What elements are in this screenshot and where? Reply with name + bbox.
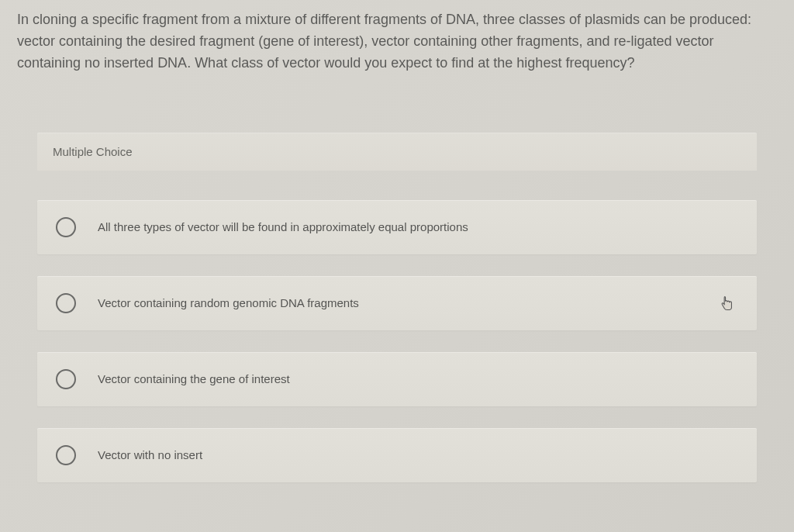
option-row-2[interactable]: Vector containing random genomic DNA fra… xyxy=(37,276,757,330)
option-row-1[interactable]: All three types of vector will be found … xyxy=(37,200,757,254)
option-label: Vector containing random genomic DNA fra… xyxy=(98,295,359,311)
question-area: In cloning a specific fragment from a mi… xyxy=(0,0,794,98)
option-label: All three types of vector will be found … xyxy=(98,219,468,235)
multiple-choice-section: Multiple Choice All three types of vecto… xyxy=(37,133,757,482)
option-row-4[interactable]: Vector with no insert xyxy=(37,428,757,482)
options-container: All three types of vector will be found … xyxy=(37,200,757,482)
radio-icon[interactable] xyxy=(56,369,76,389)
option-label: Vector with no insert xyxy=(98,447,202,463)
cursor-pointer-icon xyxy=(720,295,734,311)
option-row-3[interactable]: Vector containing the gene of interest xyxy=(37,352,757,406)
option-label: Vector containing the gene of interest xyxy=(98,371,290,387)
radio-icon[interactable] xyxy=(56,445,76,465)
radio-icon[interactable] xyxy=(56,293,76,313)
radio-icon[interactable] xyxy=(56,217,76,237)
question-text: In cloning a specific fragment from a mi… xyxy=(17,9,777,74)
section-header: Multiple Choice xyxy=(37,133,757,171)
